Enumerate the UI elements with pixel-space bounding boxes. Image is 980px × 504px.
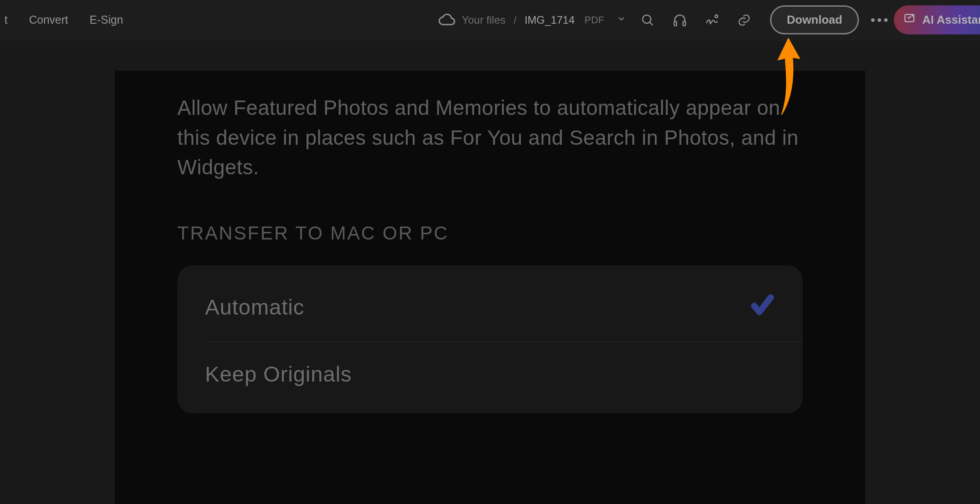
nav-item-truncated[interactable]: t <box>4 13 8 26</box>
nav-item-esign[interactable]: E-Sign <box>90 13 123 26</box>
signature-icon[interactable] <box>701 9 723 31</box>
breadcrumb-root[interactable]: Your files <box>462 14 506 26</box>
option-label: Automatic <box>205 295 304 319</box>
ai-assistant-button[interactable]: AI Assistant <box>894 5 980 34</box>
ai-sparkle-icon <box>903 12 916 28</box>
search-icon[interactable] <box>637 9 658 31</box>
option-keep-originals[interactable]: Keep Originals <box>177 342 803 406</box>
cloud-icon <box>438 11 456 29</box>
nav-left-group: t Convert E-Sign <box>9 13 123 26</box>
option-automatic[interactable]: Automatic <box>177 273 803 342</box>
breadcrumb-filetype: PDF <box>584 14 604 26</box>
svg-line-1 <box>650 22 653 25</box>
headphones-icon[interactable] <box>669 9 691 31</box>
ai-assistant-label: AI Assistant <box>922 13 980 27</box>
pdf-page: Allow Featured Photos and Memories to au… <box>115 71 865 504</box>
chevron-down-icon[interactable] <box>616 14 626 26</box>
svg-rect-2 <box>674 21 677 25</box>
document-stage: Allow Featured Photos and Memories to au… <box>0 40 980 504</box>
link-icon[interactable] <box>733 9 755 31</box>
breadcrumb-filename: IMG_1714 <box>524 14 574 26</box>
nav-item-convert[interactable]: Convert <box>29 13 68 26</box>
svg-point-4 <box>715 15 718 17</box>
svg-point-0 <box>643 15 651 23</box>
download-button[interactable]: Download <box>770 5 859 34</box>
top-toolbar: t Convert E-Sign Your files / IMG_1714 P… <box>0 0 980 40</box>
breadcrumb-sep: / <box>514 14 517 26</box>
more-options-button[interactable]: ••• <box>870 13 891 28</box>
settings-description: Allow Featured Photos and Memories to au… <box>177 93 803 182</box>
check-icon <box>750 292 775 322</box>
section-title-transfer: TRANSFER TO MAC OR PC <box>177 223 803 244</box>
svg-rect-3 <box>683 21 686 25</box>
options-card: Automatic Keep Originals <box>177 265 803 413</box>
option-label: Keep Originals <box>205 362 352 386</box>
breadcrumb: Your files / IMG_1714 PDF <box>462 14 627 26</box>
